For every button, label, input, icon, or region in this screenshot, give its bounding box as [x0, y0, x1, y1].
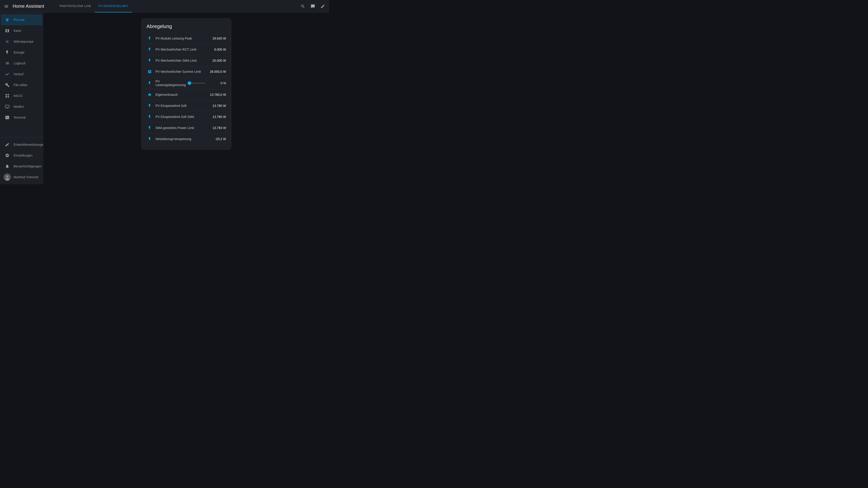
bolt-icon: [147, 35, 153, 41]
card-title: Abregelung: [147, 24, 226, 29]
sun-icon: [4, 17, 10, 23]
tab-photovoltaik-live[interactable]: PHOTOVOLTAIK LIVE: [56, 0, 95, 12]
table-row: Netzebezug/-einspeisung -20,2 W: [147, 133, 226, 144]
sidebar-item-label: Entwicklerwerkzeuge: [13, 143, 43, 147]
sidebar-item-label: Logbuch: [13, 61, 26, 65]
map-icon: [4, 28, 10, 33]
sidebar-item-pv-live[interactable]: PV-Live: [1, 14, 42, 25]
hacs-icon: [4, 93, 10, 98]
sidebar-item-medien[interactable]: Medien: [1, 101, 42, 112]
slider-container: [188, 83, 205, 84]
svg-point-5: [6, 175, 8, 177]
content-area: Abregelung PV Module Leistung Peak 29.64…: [43, 13, 329, 184]
edit-button[interactable]: [318, 2, 327, 11]
sidebar-item-benachrichtigungen[interactable]: Benachrichtigungen: [1, 161, 42, 172]
table-row: SMA gesetztes Power Limit 13.783 W: [147, 123, 226, 133]
chart-icon: [4, 71, 10, 77]
sidebar-item-label: Einstellungen: [13, 154, 33, 157]
sidebar-item-karte[interactable]: Karte: [1, 25, 42, 36]
row-value: 20.000 W: [208, 59, 226, 62]
table-row: PV Wechselrichter RCT Limit 6.000 W: [147, 44, 226, 55]
bolt-icon: [147, 125, 153, 131]
row-value: 0 %: [208, 81, 226, 85]
sidebar-item-energie[interactable]: Energie: [1, 47, 42, 58]
sidebar-item-einstellungen[interactable]: Einstellungen: [1, 150, 42, 161]
sidebar-item-hacs[interactable]: HACS: [1, 90, 42, 101]
sidebar: PV-Live Karte Wärmepumpe: [0, 13, 43, 184]
tools-icon: [4, 142, 10, 147]
row-label: Eigenverbrauch: [156, 93, 205, 96]
main-layout: PV-Live Karte Wärmepumpe: [0, 13, 329, 184]
card-rows: PV Module Leistung Peak 29.645 W PV Wech…: [147, 33, 226, 144]
sidebar-item-label: HACS: [13, 94, 22, 98]
row-value: 13.780 W: [208, 104, 226, 107]
row-label: PV Einspeiselimit Soft: [156, 104, 205, 107]
row-label: SMA gesetztes Power Limit: [156, 126, 205, 130]
media-icon: [4, 104, 10, 109]
table-row: PV Leistungsbegrenzung 0 %: [147, 77, 226, 89]
sidebar-item-label: Benachrichtigungen: [13, 164, 41, 168]
table-row: PV Einspeiselimit Soft 13.780 W: [147, 100, 226, 111]
tab-bar: PHOTOVOLTAIK LIVE PV EINSPEISELIMIT: [56, 0, 298, 12]
sidebar-item-label: File editor: [13, 83, 27, 87]
bolt-icon: [147, 57, 153, 64]
topbar: Home Assistant PHOTOVOLTAIK LIVE PV EINS…: [0, 0, 329, 13]
terminal-icon: [4, 115, 10, 120]
menu-button[interactable]: [2, 2, 11, 11]
row-label: Netzebezug/-einspeisung: [156, 137, 205, 141]
app-title: Home Assistant: [13, 4, 49, 9]
sidebar-user[interactable]: Manfred Tremmel: [0, 172, 43, 183]
svg-rect-2: [6, 96, 7, 98]
svg-rect-3: [8, 96, 9, 98]
row-label: PV Einspeiselimit Soft SMA: [156, 115, 205, 119]
slider-thumb[interactable]: [188, 81, 191, 85]
sidebar-item-terminal[interactable]: Terminal: [1, 112, 42, 123]
sidebar-item-file-editor[interactable]: File editor: [1, 79, 42, 90]
home-icon: [147, 92, 153, 98]
row-value: -20,2 W: [208, 137, 226, 141]
sidebar-item-waermepumpe[interactable]: Wärmepumpe: [1, 36, 42, 47]
row-value: 26.000,0 W: [208, 70, 226, 73]
bell-icon: [4, 164, 10, 169]
calculator-icon: [147, 68, 153, 75]
sidebar-item-label: Terminal: [13, 116, 26, 119]
fan-icon: [4, 39, 10, 44]
svg-rect-1: [8, 94, 9, 96]
table-row: PV Einspeiselimit Soft SMA 13.780 W: [147, 111, 226, 123]
row-label: PV Wechselrichter RCT Limit: [156, 48, 205, 51]
list-icon: [4, 61, 10, 66]
table-row: PV Module Leistung Peak 29.645 W: [147, 33, 226, 44]
bolt-arrow-icon: [147, 80, 153, 86]
table-row: PV Wechselrichter Summe Limit 26.000,0 W: [147, 66, 226, 77]
tab-pv-einspeiselimit[interactable]: PV EINSPEISELIMIT: [95, 0, 131, 12]
sidebar-item-label: Medien: [13, 105, 24, 108]
sidebar-item-entwicklerwerkzeuge[interactable]: Entwicklerwerkzeuge: [1, 139, 42, 150]
slider-track[interactable]: [188, 83, 205, 84]
search-button[interactable]: [298, 2, 307, 11]
chat-button[interactable]: [308, 2, 317, 11]
sidebar-item-label: Verlauf: [13, 72, 24, 76]
sidebar-item-label: PV-Live: [13, 18, 24, 22]
abregelung-card: Abregelung PV Module Leistung Peak 29.64…: [141, 18, 231, 150]
row-label: PV Wechselrichter Summe Limit: [156, 70, 205, 73]
row-value: 13.780,0 W: [208, 93, 226, 96]
wrench-icon: [4, 82, 10, 88]
bolt-icon: [4, 50, 10, 55]
row-value: 13.780 W: [208, 115, 226, 119]
sidebar-item-logbuch[interactable]: Logbuch: [1, 58, 42, 69]
sidebar-item-label: Wärmepumpe: [13, 40, 33, 43]
sidebar-divider: [0, 137, 43, 137]
sidebar-item-label: Energie: [13, 51, 24, 54]
sidebar-item-label: Karte: [13, 29, 21, 33]
avatar: [4, 173, 11, 181]
bolt-icon: [147, 103, 153, 109]
settings-icon: [4, 153, 10, 158]
bolt-grid-icon: [147, 136, 153, 142]
sidebar-item-verlauf[interactable]: Verlauf: [1, 69, 42, 79]
row-value: 6.000 W: [208, 48, 226, 51]
bolt-icon: [147, 46, 153, 53]
topbar-actions: [298, 2, 327, 11]
svg-rect-0: [6, 94, 7, 96]
table-row: Eigenverbrauch 13.780,0 W: [147, 89, 226, 100]
row-label: PV Module Leistung Peak: [156, 37, 205, 40]
